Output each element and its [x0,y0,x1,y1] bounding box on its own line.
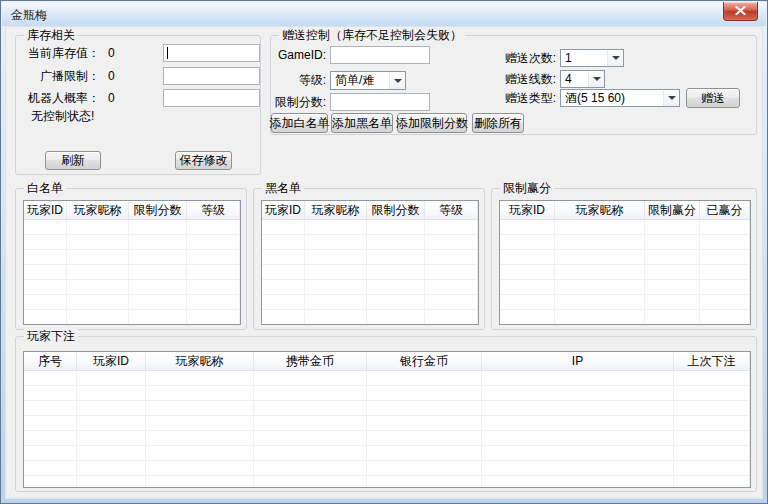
column-separator [145,371,146,487]
blacklist-table[interactable]: 玩家ID玩家昵称限制分数等级 [261,200,479,325]
gift-type-label: 赠送类型: [476,89,556,107]
limit-win-table[interactable]: 玩家ID玩家昵称限制赢分已赢分 [499,200,751,325]
limit-score-input-wrap [330,93,430,111]
send-gift-button[interactable]: 赠送 [686,88,740,108]
limit-win-table-body[interactable] [500,220,750,324]
robot-rate-input-wrap [163,89,260,107]
limit-score-label: 限制分数: [271,93,326,111]
column-separator [554,220,555,324]
column-separator [481,371,482,487]
column-header[interactable]: 已赢分 [700,201,750,219]
column-header[interactable]: 限制分数 [367,201,425,219]
close-button[interactable] [723,2,758,21]
column-header[interactable]: 玩家ID [262,201,305,219]
column-header[interactable]: 上次下注 [674,352,750,370]
robot-rate-input[interactable] [164,90,259,106]
gift-lines-label: 赠送线数: [476,70,556,88]
gift-type-combobox[interactable]: 酒(5 15 60) [560,89,680,107]
column-header[interactable]: 等级 [187,201,240,219]
inventory-group-title: 库存相关 [24,28,78,43]
gift-times-combobox[interactable]: 1 [560,49,624,67]
player-bets-table-body[interactable] [24,371,750,487]
gift-times-value: 1 [561,50,607,66]
column-separator [699,220,700,324]
gameid-input-wrap [330,46,430,64]
broadcast-limit-label: 广播限制： [16,67,100,85]
gift-lines-combobox[interactable]: 4 [560,70,605,88]
column-header[interactable]: 限制分数 [129,201,187,219]
column-separator [186,220,187,324]
column-header[interactable]: 银行金币 [367,352,482,370]
blacklist-table-header: 玩家ID玩家昵称限制分数等级 [262,201,478,220]
add-whitelist-button[interactable]: 添加白名单 [271,113,328,133]
text-caret [167,47,168,59]
player-bets-group: 玩家下注 序号玩家ID玩家昵称携带金币银行金币IP上次下注 [15,336,757,492]
broadcast-limit-input[interactable] [164,68,259,84]
gift-type-value: 酒(5 15 60) [561,90,663,106]
column-header[interactable]: 携带金币 [254,352,367,370]
robot-rate-label: 机器人概率： [16,89,100,107]
control-status-text: 无控制状态! [31,108,94,125]
gift-times-label: 赠送次数: [476,49,556,67]
column-separator [749,371,750,487]
limit-score-input[interactable] [331,94,429,110]
gift-lines-value: 4 [561,71,588,87]
level-combobox[interactable]: 简单/难 [330,71,406,90]
refresh-button[interactable]: 刷新 [45,151,101,170]
whitelist-table-body[interactable] [24,220,240,324]
whitelist-table[interactable]: 玩家ID玩家昵称限制分数等级 [23,200,241,325]
column-separator [477,220,478,324]
column-header[interactable]: 限制赢分 [645,201,700,219]
title-bar[interactable]: 金瓶梅 [2,2,766,26]
app-window: 金瓶梅 库存相关 当前库存值： 0 广播限制： 0 机器人概率： 0 [0,0,768,504]
level-combobox-value: 简单/难 [331,72,389,89]
column-separator [424,220,425,324]
broadcast-limit-input-wrap [163,67,260,85]
column-separator [673,371,674,487]
player-bets-table[interactable]: 序号玩家ID玩家昵称携带金币银行金币IP上次下注 [23,351,751,488]
whitelist-group-title: 白名单 [24,181,66,196]
player-bets-group-title: 玩家下注 [24,329,78,344]
column-header[interactable]: 序号 [24,352,77,370]
column-header[interactable]: 玩家ID [77,352,146,370]
column-header[interactable]: 等级 [425,201,478,219]
add-limit-score-button[interactable]: 添加限制分数 [397,113,467,133]
limit-win-table-header: 玩家ID玩家昵称限制赢分已赢分 [500,201,750,220]
column-separator [253,371,254,487]
delete-all-button[interactable]: 删除所有 [472,113,524,133]
current-stock-label: 当前库存值： [16,44,100,62]
column-header[interactable]: 玩家ID [24,201,67,219]
robot-rate-value: 0 [108,89,115,107]
column-header[interactable]: 玩家昵称 [305,201,367,219]
whitelist-group: 白名单 玩家ID玩家昵称限制分数等级 [15,188,247,330]
blacklist-group: 黑名单 玩家ID玩家昵称限制分数等级 [253,188,485,330]
column-header[interactable]: 玩家昵称 [67,201,129,219]
save-button[interactable]: 保存修改 [175,151,232,170]
column-separator [128,220,129,324]
inventory-group: 库存相关 当前库存值： 0 广播限制： 0 机器人概率： 0 无控制状态! 刷新… [15,35,261,175]
gameid-input[interactable] [331,47,429,63]
chevron-down-icon [663,90,679,106]
column-separator [366,371,367,487]
blacklist-table-body[interactable] [262,220,478,324]
add-blacklist-button[interactable]: 添加黑名单 [331,113,393,133]
current-stock-input[interactable] [164,45,259,61]
chevron-down-icon [389,72,405,89]
close-icon [735,4,746,18]
column-separator [66,220,67,324]
chevron-down-icon [588,71,604,87]
client-area: 库存相关 当前库存值： 0 广播限制： 0 机器人概率： 0 无控制状态! 刷新… [5,26,763,499]
column-header[interactable]: IP [482,352,674,370]
column-header[interactable]: 玩家ID [500,201,555,219]
current-stock-value: 0 [108,44,115,62]
column-separator [644,220,645,324]
column-separator [76,371,77,487]
column-separator [239,220,240,324]
column-header[interactable]: 玩家昵称 [146,352,254,370]
player-bets-table-header: 序号玩家ID玩家昵称携带金币银行金币IP上次下注 [24,352,750,371]
level-label: 等级: [271,71,326,90]
limit-win-group-title: 限制赢分 [500,181,554,196]
column-header[interactable]: 玩家昵称 [555,201,645,219]
column-separator [749,220,750,324]
gameid-label: GameID: [271,46,326,64]
